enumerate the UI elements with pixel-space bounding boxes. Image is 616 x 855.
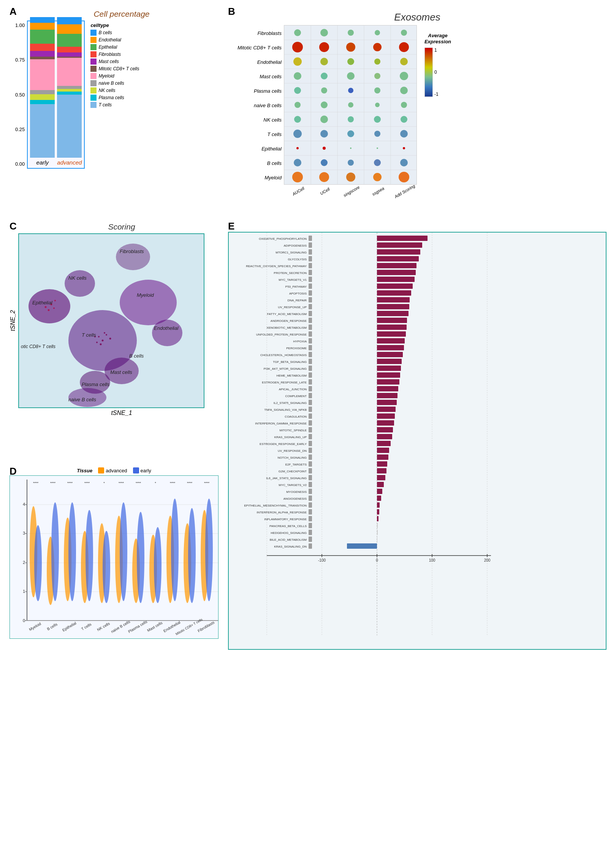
svg-point-59 [294, 159, 301, 166]
svg-rect-166 [309, 393, 312, 398]
x-label-addscoring: Add Scoring [392, 183, 418, 200]
violin-plot-container: 0 1 2 3 4 [10, 475, 219, 639]
legend-color-naive [90, 80, 97, 86]
svg-text:P53_PATHWAY: P53_PATHWAY [285, 285, 307, 288]
y-label-tcells: T cells [238, 131, 282, 137]
svg-text:*: * [103, 481, 105, 485]
svg-point-63 [400, 159, 408, 166]
svg-text:KRAS_SIGNALING_UP: KRAS_SIGNALING_UP [274, 435, 307, 439]
tissue-advanced-item: advanced [98, 467, 127, 473]
svg-text:ANDROGEN_RESPONSE: ANDROGEN_RESPONSE [271, 319, 307, 323]
svg-text:*: * [155, 481, 156, 485]
svg-point-83 [98, 336, 100, 337]
legend-color-bcells [90, 30, 97, 36]
svg-rect-157 [309, 372, 312, 378]
svg-point-52 [374, 131, 380, 137]
panel-b-label: B [228, 6, 235, 17]
svg-rect-197 [377, 461, 387, 467]
legend-label-myeloid: Myeloid [98, 73, 114, 79]
svg-rect-167 [377, 393, 397, 398]
svg-rect-175 [309, 413, 312, 419]
svg-rect-211 [309, 496, 312, 501]
svg-point-47 [374, 116, 381, 123]
y-axis-0.25: 0.25 [15, 127, 25, 132]
legend-color-nk [90, 87, 97, 93]
svg-rect-193 [309, 454, 312, 460]
violin-svg: 0 1 2 3 4 [10, 476, 219, 639]
dot-plot-svg [284, 25, 417, 185]
color-bar-labels: 1 0 -1 [433, 48, 439, 97]
legend-item-mast: Mast cells [90, 59, 139, 65]
panel-a: A Cell percentage 1.00 0.75 0.50 0.25 0.… [8, 4, 220, 217]
svg-rect-203 [377, 475, 385, 480]
tsne-label-nk: NK cells [68, 275, 87, 281]
svg-point-54 [296, 147, 299, 149]
svg-point-82 [45, 306, 47, 308]
svg-rect-221 [377, 516, 378, 521]
tsne-y-axis-label: tSNE_2 [10, 310, 16, 331]
svg-rect-226 [309, 530, 312, 535]
svg-point-25 [320, 58, 328, 65]
panel-b-title: Exosomes [230, 11, 605, 23]
legend-color-mitotic [90, 66, 97, 72]
svg-rect-109 [309, 263, 312, 268]
svg-point-19 [292, 42, 303, 52]
svg-rect-118 [309, 283, 312, 289]
svg-text:PROTEIN_SECRETION: PROTEIN_SECRETION [274, 271, 307, 275]
tsne-wrapper: tSNE_2 [10, 233, 219, 408]
panel-b: B Exosomes Fibroblasts Mitotic CD8+ T ce… [226, 4, 608, 217]
svg-rect-191 [377, 448, 389, 453]
tsne-label-tcells: T cells [82, 332, 96, 338]
svg-point-278 [86, 510, 93, 601]
svg-rect-206 [377, 482, 384, 487]
svg-text:-100: -100 [318, 558, 326, 562]
svg-rect-149 [377, 352, 403, 357]
legend-label-mitotic: Mitotic CD8+ T cells [98, 66, 139, 71]
svg-rect-106 [309, 256, 312, 261]
svg-point-62 [374, 159, 381, 166]
svg-point-40 [321, 101, 328, 108]
svg-point-23 [399, 42, 409, 52]
svg-rect-202 [309, 475, 312, 480]
panel-e-inner: OXIDATIVE_PHOSPHORYLATION ADIPOGENESIS M… [228, 232, 606, 650]
svg-rect-104 [377, 249, 420, 255]
svg-text:HEDGEHOG_SIGNALING: HEDGEHOG_SIGNALING [271, 531, 307, 535]
svg-point-68 [399, 172, 409, 182]
bar-label-advanced: advanced [57, 159, 82, 166]
svg-rect-127 [309, 304, 312, 309]
svg-point-70 [120, 280, 177, 325]
svg-rect-128 [377, 304, 409, 309]
svg-point-16 [348, 30, 354, 36]
legend-item-mitotic: Mitotic CD8+ T cells [90, 66, 139, 72]
svg-text:COAGULATION: COAGULATION [285, 415, 307, 418]
svg-text:INFLAMMATORY_RESPONSE: INFLAMMATORY_RESPONSE [264, 518, 307, 521]
y-label-myeloid: Myeloid [238, 175, 282, 180]
svg-rect-112 [309, 270, 312, 275]
svg-rect-224 [377, 523, 378, 528]
svg-point-53 [400, 130, 408, 138]
svg-rect-173 [377, 407, 396, 412]
svg-text:0: 0 [23, 618, 25, 623]
svg-rect-113 [377, 270, 416, 275]
svg-point-55 [323, 147, 326, 150]
svg-rect-154 [309, 366, 312, 371]
svg-text:2: 2 [23, 560, 25, 565]
svg-rect-137 [377, 325, 407, 330]
svg-text:ANGIOGENESIS: ANGIOGENESIS [283, 497, 307, 500]
svg-rect-205 [309, 482, 312, 487]
legend-item-naive: naive B cells [90, 80, 139, 86]
legend-label-fibroblasts: Fibroblasts [98, 52, 121, 57]
svg-rect-110 [377, 263, 416, 268]
svg-point-41 [348, 102, 353, 108]
svg-text:****: **** [50, 481, 56, 485]
svg-text:naive B cells: naive B cells [110, 619, 131, 634]
panel-c-title: Scoring [25, 222, 219, 231]
svg-rect-161 [377, 379, 399, 385]
svg-rect-148 [309, 352, 312, 357]
svg-rect-101 [377, 242, 422, 248]
svg-point-26 [347, 58, 354, 65]
legend-item-tcells: T cells [90, 102, 139, 108]
y-label-plasma: Plasma cells [238, 88, 282, 94]
svg-rect-178 [309, 420, 312, 426]
panel-a-label: A [10, 6, 17, 17]
